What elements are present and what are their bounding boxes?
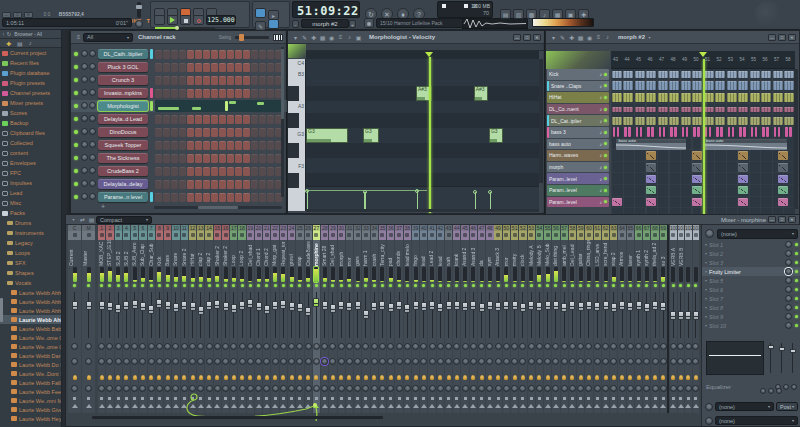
playlist-vscrollbar[interactable] <box>794 69 798 209</box>
pattern-clip[interactable] <box>681 117 691 125</box>
step-cell[interactable] <box>259 167 266 176</box>
strip-fader[interactable] <box>569 290 576 340</box>
channel-enable-led[interactable] <box>74 78 78 82</box>
play-button[interactable] <box>167 15 178 25</box>
fx-enable-lamp[interactable] <box>546 375 550 380</box>
velocity-handle[interactable] <box>473 190 477 194</box>
strip-fader[interactable] <box>412 290 419 340</box>
step-cell[interactable] <box>267 89 274 98</box>
fx-input-knob[interactable] <box>705 229 714 238</box>
strip-mute-led[interactable] <box>141 284 144 287</box>
strip-fader[interactable] <box>296 290 303 340</box>
fx-enable-lamp[interactable] <box>87 375 91 380</box>
strip-mute-led[interactable] <box>133 284 136 287</box>
pattern-clip[interactable] <box>751 127 754 137</box>
step-cell[interactable] <box>187 167 194 176</box>
stereo-sep-knob[interactable] <box>131 343 138 350</box>
browser-audio-icon[interactable]: ♪ <box>29 40 32 46</box>
step-cell[interactable] <box>243 50 250 59</box>
channel-enable-led[interactable] <box>74 169 78 173</box>
mixer-strip-8[interactable]: 8Kick <box>156 225 163 413</box>
pan-knob[interactable] <box>346 358 353 365</box>
pattern-clip[interactable] <box>612 117 622 125</box>
mixer-strip-56[interactable]: 56dist thing <box>552 225 559 413</box>
pattern-clip[interactable] <box>716 127 719 137</box>
send-knob[interactable] <box>569 385 576 392</box>
fader-handle[interactable] <box>644 303 650 312</box>
pan-knob[interactable] <box>139 358 146 365</box>
fx-enable-lamp[interactable] <box>133 375 137 380</box>
send-knob[interactable] <box>552 385 559 392</box>
pattern-clip[interactable] <box>727 71 737 78</box>
strip-mute-led[interactable] <box>612 284 615 287</box>
strip-fader[interactable] <box>305 290 312 340</box>
fx-slot-led[interactable] <box>795 324 798 327</box>
browser-sample-laurie-we-ome-on-b[interactable]: Laurie We..ome On B <box>0 342 61 351</box>
step-cell[interactable] <box>227 115 234 124</box>
step-cell[interactable] <box>227 167 234 176</box>
fader-handle[interactable] <box>338 301 344 310</box>
master-volume-slider[interactable] <box>137 2 141 18</box>
fader-handle[interactable] <box>487 301 493 310</box>
step-cell[interactable] <box>187 63 194 72</box>
fader-handle[interactable] <box>678 311 684 320</box>
pan-knob[interactable] <box>305 358 312 365</box>
master-pitch-knob[interactable] <box>135 20 143 28</box>
pan-knob[interactable] <box>321 358 328 365</box>
grid-icon[interactable]: ▦ <box>318 34 327 41</box>
fx-slot-led[interactable] <box>795 288 798 291</box>
channel-volume-knob[interactable] <box>89 154 96 161</box>
step-cell[interactable] <box>195 193 202 202</box>
stereo-sep-knob[interactable] <box>643 343 650 350</box>
mixer-strip-45[interactable]: 45Asand 2 <box>461 225 468 413</box>
step-cell[interactable] <box>259 141 266 150</box>
stereo-sep-knob[interactable] <box>313 343 320 350</box>
fx-enable-lamp[interactable] <box>653 375 657 380</box>
record-drop-icon[interactable] <box>364 18 374 28</box>
fader-handle[interactable] <box>636 301 642 310</box>
strip-mute-led[interactable] <box>505 284 508 287</box>
note-icon[interactable]: ♪ <box>345 34 354 41</box>
pattern-clip[interactable] <box>635 81 645 90</box>
stereo-sep-knob[interactable] <box>247 343 254 350</box>
mixer-strip-48[interactable]: 48sym <box>486 225 493 413</box>
send-a-select[interactable]: (none)▾ <box>715 402 774 411</box>
fx-enable-lamp[interactable] <box>298 375 302 380</box>
pattern-clip[interactable] <box>617 127 620 137</box>
mixer-strip-34[interactable]: 34crash <box>371 225 378 413</box>
automation-clip[interactable] <box>646 175 656 183</box>
browser-item-channel-presets[interactable]: Channel presets <box>0 88 61 98</box>
step-cell[interactable] <box>155 154 162 163</box>
browser-sample-laurie-webb-ahh-a[interactable]: Laurie Webb Ahh A <box>0 288 61 297</box>
mixer-strip-25[interactable]: 25stap <box>296 225 303 413</box>
stereo-sep-knob[interactable] <box>652 343 659 350</box>
swing-slider[interactable] <box>235 36 269 39</box>
stereo-sep-knob[interactable] <box>396 343 403 350</box>
pan-knob[interactable] <box>222 358 229 365</box>
fader-handle[interactable] <box>379 301 385 310</box>
step-cell[interactable] <box>155 180 162 189</box>
pattern-clip[interactable] <box>773 107 783 112</box>
strip-mute-led[interactable] <box>439 284 442 287</box>
eq-band-handle[interactable] <box>768 345 774 349</box>
step-cell[interactable] <box>155 50 162 59</box>
step-cell[interactable] <box>163 89 170 98</box>
mixer-strip-28[interactable]: 28Smart 28 <box>321 225 328 413</box>
pan-knob[interactable] <box>404 358 411 365</box>
stereo-sep-knob[interactable] <box>478 343 485 350</box>
fader-handle[interactable] <box>148 305 154 314</box>
channel-volume-knob[interactable] <box>89 180 96 187</box>
fader-handle[interactable] <box>652 301 658 310</box>
fader-handle[interactable] <box>594 302 600 311</box>
mixer-strip-101[interactable]: 101VERB B <box>678 225 685 413</box>
strip-fader[interactable] <box>181 290 188 340</box>
track-enable-led[interactable] <box>604 142 607 145</box>
browser-sample-laurie-webb-give-it[interactable]: Laurie Webb Give It <box>0 405 61 414</box>
playlist-maximize-button[interactable]: □ <box>778 34 786 41</box>
strip-fader[interactable] <box>98 290 105 340</box>
send-knob[interactable] <box>313 385 320 392</box>
send-knob[interactable] <box>115 385 122 392</box>
pattern-clip[interactable] <box>658 81 668 90</box>
strip-fader[interactable] <box>585 290 592 340</box>
strip-mute-led[interactable] <box>422 284 425 287</box>
